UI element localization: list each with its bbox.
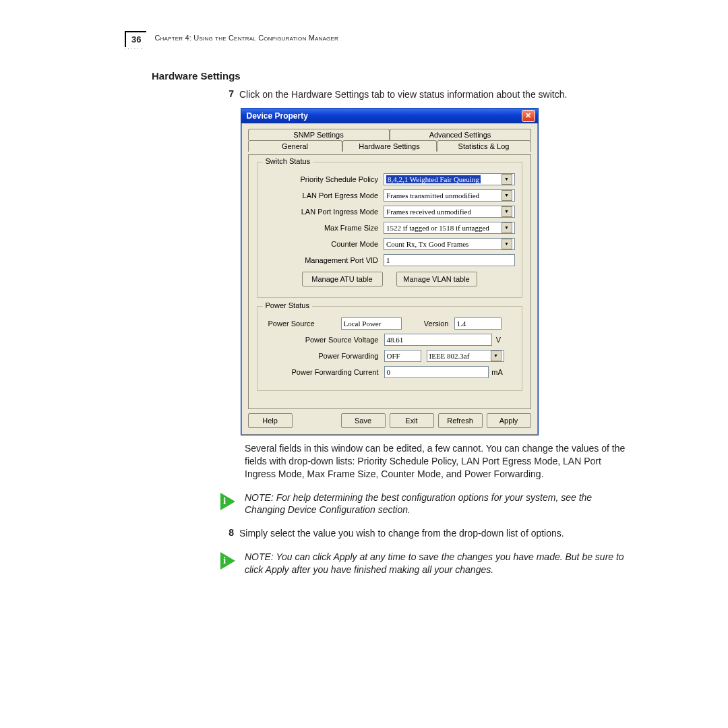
page-number-box: 36 · · · · · · — [125, 31, 146, 47]
tab-advanced-settings[interactable]: Advanced Settings — [390, 129, 531, 140]
note-1: i NOTE: For help determining the best co… — [220, 491, 627, 517]
chevron-down-icon: ▼ — [502, 239, 512, 249]
tab-hardware-settings[interactable]: Hardware Settings — [342, 140, 437, 152]
manage-atu-button[interactable]: Manage ATU table — [302, 272, 383, 286]
device-property-window: Device Property ✕ SNMP Settings Advanced… — [241, 108, 539, 435]
max-frame-select[interactable]: 1522 if tagged or 1518 if untagged ▼ — [384, 222, 514, 234]
tab-general[interactable]: General — [248, 140, 342, 152]
tab-snmp-settings[interactable]: SNMP Settings — [248, 129, 390, 140]
manual-page: 36 · · · · · · Chapter 4: Using the Cent… — [0, 0, 728, 728]
power-source-label: Power Source — [264, 320, 341, 328]
info-icon: i — [220, 552, 238, 570]
chevron-down-icon: ▼ — [491, 351, 502, 361]
step-text: Click on the Hardware Settings tab to vi… — [239, 88, 627, 101]
chevron-down-icon: ▼ — [502, 222, 512, 233]
window-button-row: Help Save Exit Refresh Apply — [248, 413, 531, 428]
power-forwarding-value: OFF — [384, 350, 421, 362]
power-status-group: Power Status Power Source Local Power Ve… — [257, 306, 522, 391]
power-forwarding-label: Power Forwarding — [264, 352, 384, 360]
ingress-mode-select[interactable]: Frames received unmodified ▼ — [384, 206, 514, 218]
tab-content: Switch Status Priority Schedule Policy 8… — [248, 154, 531, 409]
note-text: NOTE: For help determining the best conf… — [245, 491, 627, 517]
step-7: 7 Click on the Hardware Settings tab to … — [152, 88, 627, 101]
mgmt-vid-label: Management Port VID — [264, 256, 384, 264]
refresh-button[interactable]: Refresh — [438, 413, 483, 428]
forwarding-current-label: Power Forwarding Current — [264, 368, 384, 376]
window-titlebar[interactable]: Device Property ✕ — [241, 109, 538, 123]
switch-status-legend: Switch Status — [263, 157, 313, 165]
header-dots: · · · · · · — [125, 47, 142, 50]
paragraph-editable-fields: Several fields in this window can be edi… — [245, 442, 627, 481]
power-status-legend: Power Status — [263, 301, 312, 309]
chevron-down-icon: ▼ — [502, 206, 512, 217]
power-source-value: Local Power — [341, 317, 402, 330]
power-forwarding-mode-select[interactable]: IEEE 802.3af ▼ — [427, 350, 504, 362]
window-title: Device Property — [244, 111, 308, 121]
page-header: 36 · · · · · · Chapter 4: Using the Cent… — [125, 31, 627, 47]
apply-button[interactable]: Apply — [487, 413, 531, 428]
priority-policy-label: Priority Schedule Policy — [264, 175, 384, 183]
mgmt-vid-input[interactable]: 1 — [384, 254, 514, 266]
page-number: 36 — [131, 34, 141, 44]
priority-policy-select[interactable]: 8,4,2,1 Weighted Fair Queuing ▼ — [384, 173, 514, 185]
egress-mode-label: LAN Port Egress Mode — [264, 191, 384, 200]
info-icon: i — [220, 493, 238, 510]
step-8: 8 Simply select the value you wish to ch… — [152, 527, 627, 540]
section-heading: Hardware Settings — [152, 70, 627, 82]
max-frame-label: Max Frame Size — [264, 224, 384, 232]
forwarding-current-value: 0 — [384, 366, 489, 378]
step-number: 7 — [152, 88, 239, 101]
exit-button[interactable]: Exit — [390, 413, 434, 428]
tab-statistics-log[interactable]: Statistics & Log — [437, 140, 531, 152]
voltage-value: 48.61 — [384, 334, 492, 346]
voltage-unit: V — [492, 336, 506, 344]
current-unit: mA — [489, 368, 506, 376]
step-number: 8 — [152, 527, 239, 540]
help-button[interactable]: Help — [248, 413, 293, 428]
manage-vlan-button[interactable]: Manage VLAN table — [396, 272, 477, 286]
version-label: Version — [402, 320, 454, 328]
chapter-title: Chapter 4: Using the Central Configurati… — [154, 31, 338, 42]
voltage-label: Power Source Voltage — [264, 336, 384, 344]
step-text: Simply select the value you wish to chan… — [239, 527, 627, 540]
chevron-down-icon: ▼ — [502, 174, 512, 185]
counter-mode-label: Counter Mode — [264, 240, 384, 248]
chevron-down-icon: ▼ — [502, 190, 512, 201]
version-value: 1.4 — [454, 317, 502, 330]
note-text: NOTE: You can click Apply at any time to… — [245, 551, 627, 576]
egress-mode-select[interactable]: Frames transmitted unmodified ▼ — [384, 189, 514, 202]
switch-status-group: Switch Status Priority Schedule Policy 8… — [257, 162, 522, 298]
note-2: i NOTE: You can click Apply at any time … — [220, 551, 627, 576]
ingress-mode-label: LAN Port Ingress Mode — [264, 208, 384, 216]
save-button[interactable]: Save — [341, 413, 386, 428]
tab-strip: SNMP Settings Advanced Settings General … — [248, 129, 531, 154]
close-icon[interactable]: ✕ — [522, 110, 535, 122]
counter-mode-select[interactable]: Count Rx, Tx Good Frames ▼ — [384, 238, 514, 250]
